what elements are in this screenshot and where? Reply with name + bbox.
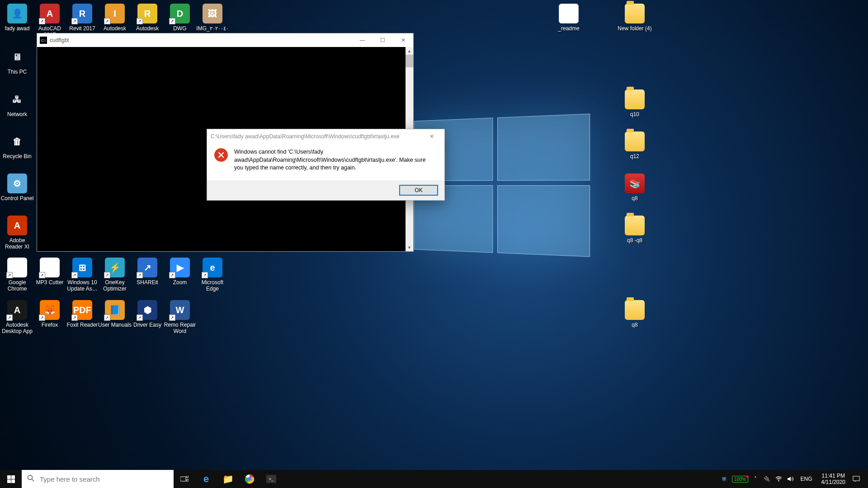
svg-rect-6 bbox=[180, 477, 186, 481]
shortcut-arrow-icon: ↗ bbox=[71, 18, 78, 24]
img-icon: 🖼 bbox=[203, 4, 222, 23]
shortcut-arrow-icon: ↗ bbox=[39, 314, 45, 321]
desktop-icon-label: Autodesk Desktop App bbox=[0, 322, 34, 335]
battery-indicator[interactable]: 100% bbox=[732, 476, 748, 483]
desktop-icon-newf4[interactable]: New folder (4) bbox=[618, 4, 652, 32]
desktop-icon-user[interactable]: 👤fady awad bbox=[0, 4, 34, 32]
taskbar-console[interactable]: >_ bbox=[260, 470, 282, 488]
desktop-icon-q8q8[interactable]: q8 -q8 bbox=[618, 216, 652, 244]
start-button[interactable] bbox=[0, 470, 22, 488]
error-close-button[interactable]: ✕ bbox=[423, 130, 441, 143]
scroll-thumb[interactable] bbox=[406, 55, 413, 67]
cpanel-icon: ⚙ bbox=[7, 174, 27, 193]
desktop-icon-chrome[interactable]: ◉↗Google Chrome bbox=[0, 258, 34, 292]
desktop-icon-label: Autodesk bbox=[98, 25, 132, 32]
shortcut-arrow-icon: ↗ bbox=[6, 314, 13, 321]
chrome-icon bbox=[245, 474, 255, 484]
desktop-icon-shareit[interactable]: ↗↗SHAREit bbox=[130, 258, 165, 286]
edge-icon: e bbox=[203, 473, 209, 485]
desktop-icon-label: SHAREit bbox=[130, 279, 165, 286]
svg-line-5 bbox=[32, 479, 34, 482]
desktop-icon-remorepair[interactable]: W↗Remo Repair Word bbox=[163, 300, 197, 335]
desktop-icon-edge[interactable]: e↗Microsoft Edge bbox=[195, 258, 230, 292]
windows-icon bbox=[7, 475, 15, 483]
error-titlebar[interactable]: C:\Users\fady awad\AppData\Roaming\Micro… bbox=[207, 129, 444, 144]
scroll-down-icon[interactable]: ▼ bbox=[406, 244, 413, 251]
desktop-icon-q10[interactable]: q10 bbox=[618, 89, 652, 117]
search-input[interactable] bbox=[40, 475, 168, 483]
desktop-icon-revit[interactable]: R↗Revit 2017 bbox=[65, 4, 99, 32]
desktop-icon-drivereasy[interactable]: ⬢↗Driver Easy bbox=[130, 300, 165, 328]
error-dialog[interactable]: C:\Users\fady awad\AppData\Roaming\Micro… bbox=[207, 129, 445, 201]
taskbar-edge[interactable]: e bbox=[195, 470, 217, 488]
svg-rect-1 bbox=[11, 475, 15, 479]
system-tray[interactable]: ⛨ 100% ˄ 🔌 ENG 11:41 PM 4/11/2020 bbox=[720, 470, 868, 488]
desktop-icon-label: Zoom bbox=[163, 279, 197, 286]
task-view-button[interactable] bbox=[174, 470, 195, 488]
taskbar-chrome[interactable] bbox=[239, 470, 260, 488]
console-titlebar[interactable]: C:\ cudftgbt — ☐ ✕ bbox=[37, 33, 413, 47]
desktop-icon-label: User Manuals bbox=[98, 322, 132, 328]
security-tray-icon[interactable]: ⛨ bbox=[720, 476, 729, 482]
taskbar-search[interactable] bbox=[22, 470, 174, 488]
desktop-icon-recycle[interactable]: 🗑Recycle Bin bbox=[0, 131, 34, 160]
svg-point-13 bbox=[248, 478, 251, 480]
minimize-button[interactable]: — bbox=[352, 33, 373, 47]
shortcut-arrow-icon: ↗ bbox=[104, 18, 110, 24]
maximize-button[interactable]: ☐ bbox=[373, 33, 393, 47]
shortcut-arrow-icon: ↗ bbox=[169, 314, 175, 321]
network-icon: 🖧 bbox=[7, 89, 27, 109]
taskbar[interactable]: e 📁 >_ ⛨ 100% ˄ 🔌 ENG 11:41 PM 4/11/2020 bbox=[0, 470, 868, 488]
desktop-icon-autodesk2[interactable]: R↗Autodesk bbox=[130, 4, 165, 32]
svg-point-4 bbox=[28, 475, 33, 480]
desktop-icon-label: OneKey Optimizer bbox=[98, 279, 132, 292]
user-icon: 👤 bbox=[7, 4, 27, 23]
desktop-icon-winupdate[interactable]: ⊞↗Windows 10 Update As… bbox=[65, 258, 99, 292]
desktop-icon-foxit[interactable]: PDF↗Foxit Reader bbox=[65, 300, 99, 328]
desktop-icon-adobereader[interactable]: AAdobe Reader XI bbox=[0, 216, 34, 250]
desktop-icon-q12[interactable]: q12 bbox=[618, 131, 652, 160]
wifi-tray-icon[interactable] bbox=[774, 476, 783, 482]
clock-date: 4/11/2020 bbox=[821, 479, 845, 485]
svg-rect-15 bbox=[853, 476, 859, 481]
shortcut-arrow-icon: ↗ bbox=[202, 272, 208, 278]
language-indicator[interactable]: ENG bbox=[798, 476, 815, 482]
q8f-icon bbox=[625, 300, 645, 320]
desktop-icon-readme[interactable]: ≡_readme bbox=[552, 4, 586, 32]
action-center-icon[interactable] bbox=[852, 475, 861, 483]
desktop-icon-label: q8 -q8 bbox=[618, 237, 652, 244]
console-icon: >_ bbox=[266, 475, 276, 483]
desktop-icon-firefox[interactable]: 🦊↗Firefox bbox=[33, 300, 67, 328]
desktop-icon-cpanel[interactable]: ⚙Control Panel bbox=[0, 174, 34, 202]
taskbar-explorer[interactable]: 📁 bbox=[217, 470, 239, 488]
error-icon bbox=[214, 148, 228, 162]
desktop-icon-label: q8 bbox=[618, 195, 652, 202]
taskbar-clock[interactable]: 11:41 PM 4/11/2020 bbox=[818, 473, 849, 486]
desktop-icon-label: Adobe Reader XI bbox=[0, 237, 34, 250]
newf4-icon bbox=[625, 4, 645, 23]
desktop-icon-label: New folder (4) bbox=[618, 25, 652, 32]
desktop-icon-label: Network bbox=[0, 111, 34, 117]
desktop-icon-network[interactable]: 🖧Network bbox=[0, 89, 34, 117]
desktop-icon-dwg[interactable]: D↗DWG bbox=[163, 4, 197, 32]
desktop-icon-label: _readme bbox=[552, 25, 586, 32]
desktop-icon-q8rar[interactable]: 📚q8 bbox=[618, 174, 652, 202]
desktop-icon-usermanuals[interactable]: 📘↗User Manuals bbox=[98, 300, 132, 328]
desktop-icon-zoom[interactable]: ▶↗Zoom bbox=[163, 258, 197, 286]
console-app-icon: C:\ bbox=[40, 37, 47, 44]
desktop-icon-mp3cutter[interactable]: ✂↗MP3 Cutter bbox=[33, 258, 67, 286]
desktop-icon-q8f[interactable]: q8 bbox=[618, 300, 652, 328]
desktop-icon-onekey[interactable]: ⚡↗OneKey Optimizer bbox=[98, 258, 132, 292]
scroll-up-icon[interactable]: ▲ bbox=[406, 47, 413, 55]
desktop-icon-adesktopapp[interactable]: A↗Autodesk Desktop App bbox=[0, 300, 34, 335]
tray-chevron-up-icon[interactable]: ˄ bbox=[751, 476, 760, 482]
close-button[interactable]: ✕ bbox=[393, 33, 413, 47]
desktop-icon-thispc[interactable]: 🖥This PC bbox=[0, 47, 34, 75]
desktop-icon-label: q10 bbox=[618, 111, 652, 117]
shortcut-arrow-icon: ↗ bbox=[104, 272, 110, 278]
ok-button[interactable]: OK bbox=[399, 185, 438, 196]
power-tray-icon[interactable]: 🔌 bbox=[763, 476, 772, 482]
desktop-icon-autodesk1[interactable]: I↗Autodesk bbox=[98, 4, 132, 32]
volume-tray-icon[interactable] bbox=[786, 476, 795, 482]
desktop-icon-label: Microsoft Edge bbox=[195, 279, 230, 292]
